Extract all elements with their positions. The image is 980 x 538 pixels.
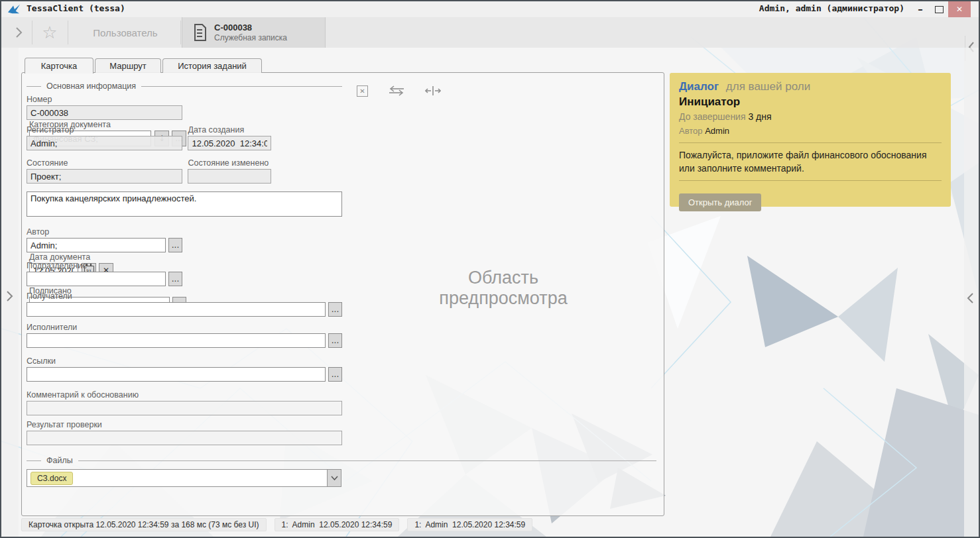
author-field[interactable] — [27, 238, 166, 252]
dialog-message: Пожалуйста, приложите файл финансового о… — [679, 148, 942, 175]
status-bar: Карточка открыта 12.05.2020 12:34:59 за … — [21, 518, 532, 531]
title-bar: TessaClient (tessa) Admin, admin (админи… — [1, 1, 979, 18]
doc-date-label: Дата документа — [29, 252, 186, 262]
app-title: TessaClient (tessa) — [27, 3, 125, 13]
state-changed-field[interactable] — [188, 169, 271, 184]
registrar-label: Регистратор — [27, 125, 182, 134]
links-ellipsis-button[interactable]: ... — [328, 367, 342, 382]
page-tab-label: Маршрут — [109, 61, 146, 71]
group-main-info-label: Основная информация — [46, 81, 136, 91]
minimize-icon: – — [918, 3, 923, 15]
status-card-opened: Карточка открыта 12.05.2020 12:34:59 за … — [21, 518, 267, 531]
right-rail — [964, 48, 979, 537]
divider — [679, 180, 942, 181]
preview-swap-button[interactable] — [388, 85, 405, 96]
comment-label: Комментарий к обоснованию — [27, 390, 342, 400]
author-ellipsis-button[interactable]: ... — [168, 238, 182, 252]
state-field[interactable] — [27, 169, 182, 184]
dialog-role: Инициатор — [679, 95, 942, 109]
swap-arrows-icon — [388, 85, 405, 96]
department-field[interactable] — [27, 272, 166, 286]
form-row: Комментарий к обоснованию — [27, 390, 342, 415]
divider — [679, 142, 942, 143]
recipients-ellipsis-button[interactable]: ... — [328, 302, 342, 317]
check-result-field[interactable] — [27, 431, 342, 445]
split-horizontal-icon — [425, 85, 441, 97]
right-panel-toggle[interactable] — [966, 292, 975, 307]
performers-field[interactable] — [27, 333, 326, 348]
recipients-field[interactable] — [27, 302, 326, 317]
form-row: Ссылки ... — [27, 356, 342, 382]
tab-menu-button[interactable] — [7, 17, 31, 48]
maximize-button[interactable] — [930, 1, 948, 17]
ellipsis-icon: ... — [172, 241, 179, 249]
author-label: Автор — [27, 227, 182, 237]
page-tab-route[interactable]: Маршрут — [95, 58, 161, 73]
links-label: Ссылки — [27, 356, 342, 366]
minimize-button[interactable]: – — [911, 1, 930, 17]
app-window: TessaClient (tessa) Admin, admin (админи… — [0, 0, 980, 538]
chevron-right-icon — [14, 26, 23, 39]
tab-user[interactable]: Пользователь — [70, 17, 180, 48]
page-tab-card[interactable]: Карточка — [25, 58, 93, 74]
dialog-author-value: Admin — [705, 126, 729, 136]
group-main-info: Основная информация — [27, 81, 342, 91]
comment-field[interactable] — [27, 401, 342, 415]
tab-strip-separator — [32, 21, 32, 44]
open-dialog-button[interactable]: Открыть диалог — [679, 193, 761, 211]
subject-field[interactable]: Покупка канцелярских принадлежностей. — [27, 191, 342, 217]
dialog-title-row: Диалог для вашей роли — [679, 80, 942, 94]
preview-toolbar: ✕ — [357, 85, 441, 97]
deadline-value: 3 дня — [748, 111, 771, 122]
close-icon: ✕ — [359, 87, 365, 95]
preview-close-button[interactable]: ✕ — [357, 85, 368, 97]
file-item[interactable]: СЗ.docx — [31, 472, 73, 485]
left-rail — [1, 48, 19, 537]
dialog-task-card: Диалог для вашей роли Инициатор До завер… — [670, 73, 951, 207]
performers-ellipsis-button[interactable]: ... — [328, 333, 342, 348]
star-icon: ☆ — [42, 17, 57, 48]
ellipsis-icon: ... — [332, 337, 339, 345]
document-icon — [193, 23, 208, 42]
registrar-field[interactable] — [27, 136, 182, 150]
deadline-label: До завершения — [679, 111, 746, 122]
form-row: Состояние Состояние изменено — [27, 158, 342, 184]
close-button[interactable]: ✕ — [948, 1, 971, 17]
favorites-button[interactable]: ☆ — [33, 17, 66, 48]
close-icon: ✕ — [956, 5, 963, 14]
status-task-2: 1: Admin 12.05.2020 12:34:59 — [407, 518, 532, 531]
form-row: Регистратор Дата создания — [27, 125, 342, 150]
ellipsis-icon: ... — [172, 275, 179, 283]
recipients-label: Получатели — [27, 292, 342, 301]
number-label: Номер — [27, 95, 182, 104]
file-list: СЗ.docx — [27, 469, 341, 487]
left-panel-toggle[interactable] — [5, 290, 14, 305]
status-task-1: 1: Admin 12.05.2020 12:34:59 — [275, 518, 400, 531]
form-row: Получатели ... — [27, 292, 342, 317]
chevron-down-icon — [331, 476, 338, 480]
tab-document-type: Служебная записка — [214, 33, 287, 42]
dialog-deadline-row: До завершения 3 дня — [679, 111, 942, 123]
performers-label: Исполнители — [27, 323, 342, 332]
created-date-field[interactable] — [188, 136, 271, 150]
state-changed-label: Состояние изменено — [188, 158, 271, 168]
number-field[interactable] — [27, 105, 182, 120]
page-tab-label: Карточка — [41, 61, 77, 71]
tab-document-text: С-000038 Служебная записка — [214, 23, 287, 42]
form-row: Покупка канцелярских принадлежностей. — [27, 191, 342, 219]
ellipsis-icon: ... — [332, 370, 339, 378]
dialog-title: Диалог — [679, 80, 719, 93]
tab-document[interactable]: С-000038 Служебная записка — [182, 17, 326, 48]
file-list-dropdown-button[interactable] — [327, 470, 341, 486]
check-result-label: Результат проверки — [27, 420, 342, 429]
tab-document-number: С-000038 — [214, 23, 287, 33]
group-files-label: Файлы — [46, 456, 73, 465]
department-ellipsis-button[interactable]: ... — [168, 272, 182, 286]
chevron-right-icon — [5, 290, 14, 303]
dialog-author-row: Автор Admin — [679, 125, 942, 137]
tab-strip-separator — [180, 21, 181, 44]
links-field[interactable] — [27, 367, 326, 382]
page-tab-task-history[interactable]: История заданий — [162, 58, 262, 73]
tessa-logo-icon — [7, 3, 21, 15]
preview-split-button[interactable] — [425, 85, 441, 97]
